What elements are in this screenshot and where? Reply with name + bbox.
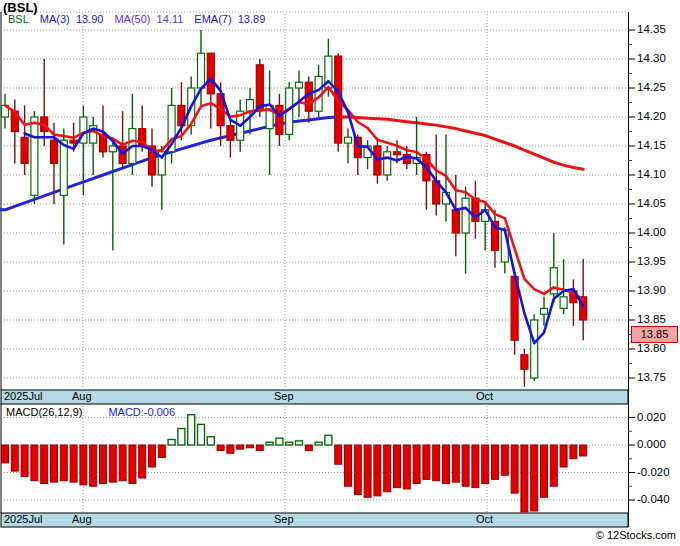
legend-ma50: MA(50) 14.11 xyxy=(114,13,183,25)
legend-symbol: BSL xyxy=(8,13,29,25)
xaxis-month-label: Sep xyxy=(274,390,294,402)
price-tick-label: 13.85 xyxy=(637,313,666,325)
xaxis-start-label: 2025Jul xyxy=(4,513,43,525)
xaxis-month-label: Oct xyxy=(476,513,493,525)
price-tick-label: 14.35 xyxy=(637,23,666,35)
chart-canvas xyxy=(0,0,680,546)
price-tick-label: 13.90 xyxy=(637,284,666,296)
price-tick-label: 13.80 xyxy=(637,342,666,354)
price-legend: BSL MA(3) 13.90 MA(50) 14.11 EMA(7) 13.8… xyxy=(8,13,265,25)
price-tick-label: 14.00 xyxy=(637,226,666,238)
macd-tick-label: 0.000 xyxy=(637,438,666,450)
macd-value-label: MACD:-0.006 xyxy=(108,406,175,418)
price-tick-label: 14.30 xyxy=(637,52,666,64)
macd-tick-label: -0.020 xyxy=(637,466,670,478)
legend-ma3: MA(3) 13.90 xyxy=(40,13,104,25)
xaxis-month-label: Aug xyxy=(72,390,92,402)
price-tick-label: 13.95 xyxy=(637,255,666,267)
xaxis-month-label: Aug xyxy=(72,513,92,525)
price-tick-label: 14.10 xyxy=(637,168,666,180)
macd-params-label: MACD(26,12,9) xyxy=(6,406,82,418)
macd-tick-label: -0.040 xyxy=(637,493,670,505)
copyright-note: © 12Stocks.com xyxy=(596,529,676,541)
xaxis-start-label: 2025Jul xyxy=(4,390,43,402)
price-tick-label: 14.20 xyxy=(637,110,666,122)
price-tick-label: 14.15 xyxy=(637,139,666,151)
xaxis-month-label: Sep xyxy=(274,513,294,525)
price-tick-label: 14.25 xyxy=(637,81,666,93)
price-tick-label: 14.05 xyxy=(637,197,666,209)
macd-tick-label: 0.020 xyxy=(637,411,666,423)
chart-window: (BSL) BSL MA(3) 13.90 MA(50) 14.11 EMA(7… xyxy=(0,0,680,546)
xaxis-month-label: Oct xyxy=(476,390,493,402)
legend-ema7: EMA(7) 13.89 xyxy=(194,13,265,25)
price-tick-label: 13.75 xyxy=(637,371,666,383)
macd-legend: MACD(26,12,9) MACD:-0.006 xyxy=(6,406,175,418)
current-price-flag: 13.85 xyxy=(631,326,678,343)
